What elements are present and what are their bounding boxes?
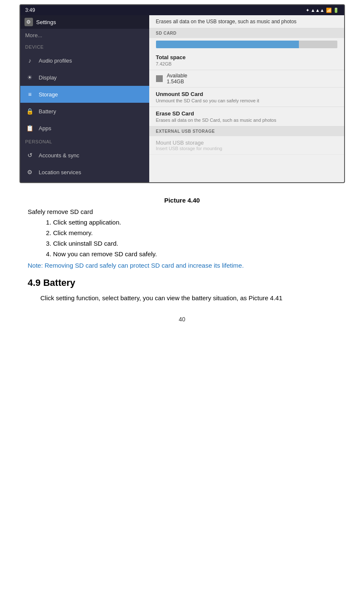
sidebar-item-audio-label: Audio profiles bbox=[39, 58, 72, 64]
sidebar-title: Settings bbox=[36, 19, 56, 25]
sidebar-item-apps-label: Apps bbox=[39, 125, 52, 132]
mount-usb-title: Mount USB storage bbox=[156, 140, 337, 146]
sd-card-section-header: SD CARD bbox=[149, 28, 344, 38]
external-usb-header: EXTERNAL USB STORAGE bbox=[149, 126, 344, 136]
intro-text: Safely remove SD card bbox=[28, 208, 337, 215]
picture-caption: Picture 4.40 bbox=[28, 197, 337, 204]
erase-sdcard-row[interactable]: Erase SD Card Erases all data on the SD … bbox=[149, 107, 344, 126]
device-section-label: DEVICE bbox=[20, 42, 149, 52]
battery-menu-icon: 🔒 bbox=[25, 107, 35, 116]
storage-progress-fill bbox=[156, 41, 299, 48]
unmount-sdcard-row[interactable]: Unmount SD Card Unmount the SD Card so y… bbox=[149, 88, 344, 107]
total-space-label: Total space bbox=[156, 54, 337, 60]
location-icon: ⚙ bbox=[25, 167, 35, 177]
usb-icon: ✦ bbox=[306, 8, 309, 13]
erase-usb-text: Erases all data on the USB storage, such… bbox=[156, 19, 297, 25]
sidebar-title-bar: ⚙ Settings bbox=[20, 15, 149, 29]
wifi-icon: 📶 bbox=[326, 8, 332, 13]
apps-icon: 📋 bbox=[25, 123, 35, 133]
sidebar-item-security[interactable]: 🔒 Security bbox=[20, 181, 149, 182]
content-area: Erases all data on the USB storage, such… bbox=[149, 15, 344, 182]
sidebar-item-storage-label: Storage bbox=[39, 91, 58, 98]
sidebar-item-location[interactable]: ⚙ Location services bbox=[20, 164, 149, 181]
mount-usb-row[interactable]: Mount USB storage Insert USB storage for… bbox=[149, 136, 344, 155]
step-1: Click setting application. bbox=[53, 219, 337, 226]
sidebar-item-battery-label: Battery bbox=[39, 108, 56, 115]
sidebar-item-display-label: Display bbox=[39, 74, 57, 81]
sidebar-item-storage[interactable]: ≡ Storage bbox=[20, 86, 149, 103]
sidebar-item-display[interactable]: ☀ Display bbox=[20, 69, 149, 86]
sidebar-item-accounts-label: Accounts & sync bbox=[39, 152, 79, 159]
audio-icon: ♪ bbox=[25, 56, 35, 65]
available-value: 1.54GB bbox=[167, 79, 187, 85]
unmount-title: Unmount SD Card bbox=[156, 91, 337, 97]
sidebar: ⚙ Settings More... DEVICE ♪ Audio profil… bbox=[20, 15, 149, 182]
step-2: Click memory. bbox=[53, 229, 337, 236]
section-heading: 4.9 Battery bbox=[28, 277, 337, 288]
available-icon bbox=[156, 75, 163, 82]
total-space-row: Total space 7.42GB bbox=[149, 51, 344, 70]
sidebar-item-apps[interactable]: 📋 Apps bbox=[20, 120, 149, 137]
document-content: Picture 4.40 Safely remove SD card Click… bbox=[15, 187, 349, 335]
available-label: Available bbox=[167, 73, 187, 79]
personal-section-label: PERSONAL bbox=[20, 137, 149, 147]
erase-usb-text-row: Erases all data on the USB storage, such… bbox=[149, 15, 344, 28]
page-number: 40 bbox=[28, 316, 337, 323]
sidebar-item-audio[interactable]: ♪ Audio profiles bbox=[20, 52, 149, 69]
total-space-value: 7.42GB bbox=[156, 61, 337, 66]
accounts-icon: ↺ bbox=[25, 151, 35, 160]
unmount-sub: Unmount the SD Card so you can safely re… bbox=[156, 98, 337, 103]
step-4: Now you can remove SD card safely. bbox=[53, 250, 337, 258]
settings-icon: ⚙ bbox=[25, 18, 33, 26]
sidebar-item-location-label: Location services bbox=[39, 169, 81, 175]
storage-icon: ≡ bbox=[25, 90, 35, 99]
body-text: Click setting function, select battery, … bbox=[41, 293, 337, 303]
signal-icon: ▲▲▲ bbox=[311, 8, 325, 13]
step-3: Click uninstall SD card. bbox=[53, 240, 337, 247]
steps-list: Click setting application. Click memory.… bbox=[53, 219, 337, 258]
device-screenshot: 3:49 ✦ ▲▲▲ 📶 🔋 ⚙ Settings More... DEVICE bbox=[19, 4, 345, 183]
status-icons: ✦ ▲▲▲ 📶 🔋 bbox=[306, 8, 339, 13]
erase-sd-title: Erase SD Card bbox=[156, 110, 337, 117]
status-bar: 3:49 ✦ ▲▲▲ 📶 🔋 bbox=[20, 5, 344, 15]
battery-icon: 🔋 bbox=[333, 8, 339, 13]
screen-content: ⚙ Settings More... DEVICE ♪ Audio profil… bbox=[20, 15, 344, 182]
sidebar-item-battery[interactable]: 🔒 Battery bbox=[20, 103, 149, 120]
storage-progress-bar bbox=[156, 41, 337, 48]
erase-sd-sub: Erases all data on the SD Card, such as … bbox=[156, 118, 337, 123]
note-text: Note: Removing SD card safely can protec… bbox=[28, 262, 337, 269]
status-time: 3:49 bbox=[25, 7, 35, 13]
display-icon: ☀ bbox=[25, 73, 35, 82]
sidebar-more-item[interactable]: More... bbox=[20, 29, 149, 42]
available-row: Available 1.54GB bbox=[149, 70, 344, 88]
sidebar-item-accounts[interactable]: ↺ Accounts & sync bbox=[20, 147, 149, 164]
mount-usb-sub: Insert USB storage for mounting bbox=[156, 146, 337, 151]
